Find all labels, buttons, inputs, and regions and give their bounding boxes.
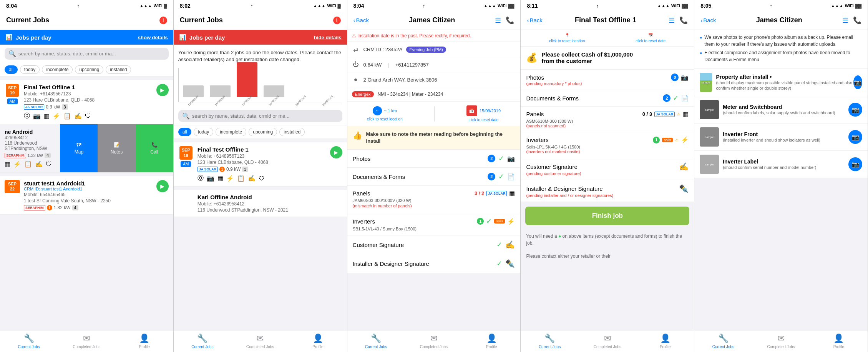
photo-item-5-2[interactable]: sample Meter and Switchboard (should con…	[694, 96, 868, 123]
inst-sig-section-3[interactable]: Installer & Designer Signature ✓ ✒️	[347, 254, 521, 273]
job-card-1-1[interactable]: SEP19 AM Final Test Offline 1 Mobile: +6…	[0, 80, 173, 124]
call-label-1: Call	[150, 149, 158, 155]
phone-nav-icon-3[interactable]: 📞	[506, 16, 514, 25]
job-card-1-3[interactable]: SEP22 stuart test1 Andrdoid1 CRM ID: stu…	[0, 176, 173, 215]
search-input-wrap-1[interactable]: 🔍	[5, 48, 169, 60]
tab-completed-5[interactable]: ✉ Completed Jobs	[752, 334, 810, 349]
jobs-banner-1[interactable]: 📊 Jobs per day show details	[0, 30, 173, 45]
reset-date-3[interactable]: click to reset date	[469, 118, 499, 122]
back-btn-4[interactable]: ‹ Back	[527, 17, 542, 23]
tab-profile-3[interactable]: 👤 Profile	[463, 334, 520, 349]
tab-profile-1[interactable]: 👤 Profile	[116, 334, 173, 349]
tab-completed-1[interactable]: ✉ Completed Jobs	[58, 334, 115, 349]
inverters-section-4[interactable]: Inverters 1 solis ⚠ ⚡ Solis-1P1.5K-4G / …	[521, 132, 694, 158]
filter-today-1[interactable]: today	[20, 65, 40, 74]
call-action-1[interactable]: 📞 Call	[136, 124, 173, 172]
status-icons-2: ▲▲▲ WiFi ▓	[313, 3, 341, 8]
back-btn-3[interactable]: ‹ Back	[354, 17, 369, 23]
tab-current-2[interactable]: 🔧 Current Jobs	[174, 334, 231, 349]
cust-sig-section-4[interactable]: Customer Signature ✍️ (pending customer …	[521, 158, 694, 180]
menu-icon-3[interactable]: ☰	[495, 16, 501, 25]
docs-section-4[interactable]: Documents & Forms 2 ✓ 📄	[521, 90, 694, 107]
panels-section-3[interactable]: Panels 3 / 2 JA SOLAR ▦ JAM60S03-300/100…	[347, 186, 521, 213]
panels-1-1: 3	[62, 104, 68, 110]
tab-profile-4[interactable]: 👤 Profile	[636, 334, 694, 349]
tab-current-jobs-1[interactable]: 🔧 Current Jobs	[0, 334, 58, 349]
reset-location-3[interactable]: click to reset location	[367, 117, 403, 121]
filter-today-2[interactable]: today	[194, 128, 213, 136]
bar-col-3: 15/09/2019	[234, 62, 260, 102]
panels-section-4[interactable]: Panels 0 / 3 JA SOLAR ⚠ ▦ ASM6610M-300 (…	[521, 107, 694, 132]
play-btn-2-1[interactable]: ▶	[330, 146, 342, 158]
person-icon-1: 👤	[139, 334, 149, 344]
inst-sig-section-4[interactable]: Installer & Designer Signature ✒️ (pendi…	[521, 180, 694, 202]
phone-nav-icon-5[interactable]: 📞	[853, 16, 861, 25]
reset-location-item-4[interactable]: 📍 click to reset location	[549, 33, 585, 43]
jobs-banner-2[interactable]: 📊 Jobs per day hide details	[174, 30, 347, 45]
shield-icon-1-2: 🛡	[46, 161, 52, 168]
doc-icon-1-2: 📋	[24, 160, 32, 168]
show-details-link-1[interactable]: show details	[138, 35, 168, 40]
menu-icon-4[interactable]: ☰	[669, 16, 675, 25]
tab-label-completed-4: Completed Jobs	[594, 345, 621, 349]
distance-item-3[interactable]: ~ ~ 1 km click to reset location	[367, 106, 403, 121]
photos-right-3: 2 ✓ 📷	[488, 154, 515, 163]
docs-section-3[interactable]: Documents & Forms 2 ✓ 📄	[347, 168, 521, 186]
job-card-2-2[interactable]: Karl Offline Android Mobile: +6142695841…	[174, 190, 347, 217]
job-card-2-1[interactable]: SEP19 AM Final Test Offline 1 Mobile: +6…	[174, 142, 347, 187]
nmi-row-3: Energex NMI - 324o234 | Meter - 234234	[347, 87, 521, 102]
tab-current-4[interactable]: 🔧 Current Jobs	[521, 334, 578, 349]
date-item-3[interactable]: 📅 15/09/2019 click to reset date	[466, 105, 501, 122]
mismatch-warn-3: (mismatch in number of panels)	[353, 203, 515, 209]
panels-fraction-3: 3 / 2	[475, 190, 484, 196]
photo-item-5-3[interactable]: sample Inverter Front (installed inverte…	[694, 123, 868, 151]
tab-current-5[interactable]: 🔧 Current Jobs	[694, 334, 752, 349]
info-bullet-5-2: ● Electrical compliance and assignment f…	[700, 49, 862, 63]
filter-installed-1[interactable]: installed	[106, 65, 131, 74]
photo-camera-btn-5-3[interactable]: 📷	[848, 130, 862, 144]
tab-label-current-1: Current Jobs	[18, 345, 40, 349]
grid-icon-1-2: ▦	[5, 160, 10, 168]
inst-sig-label-3: Installer & Designer Signature	[353, 260, 429, 267]
photo-camera-btn-5-4[interactable]: 📷	[848, 157, 862, 171]
hide-details-link-2[interactable]: hide details	[314, 35, 342, 40]
inverters-section-3[interactable]: Inverters 1 ✓ solis ⚡ SB1.5-1VL-40 / Sun…	[347, 213, 521, 235]
play-btn-1-1[interactable]: ▶	[156, 84, 169, 96]
photos-section-4[interactable]: Photos 0 📷 (pending mandatory * photos)	[521, 70, 694, 90]
filter-incomplete-1[interactable]: incomplete	[42, 65, 73, 74]
phone-nav-icon-4[interactable]: 📞	[679, 16, 688, 25]
inv-count-4: 1	[653, 137, 660, 143]
search-input-wrap-2[interactable]: 🔍	[178, 110, 342, 122]
search-input-1[interactable]	[18, 51, 165, 57]
play-btn-1-3[interactable]: ▶	[156, 180, 169, 192]
filter-upcoming-1[interactable]: upcoming	[75, 65, 103, 74]
tab-completed-2[interactable]: ✉ Completed Jobs	[231, 334, 289, 349]
filter-incomplete-2[interactable]: incomplete	[216, 128, 246, 136]
photo-camera-btn-5-1[interactable]: 📷	[853, 75, 862, 89]
photo-item-5-4[interactable]: sample Inverter Label (should confirm se…	[694, 151, 868, 178]
tab-completed-3[interactable]: ✉ Completed Jobs	[405, 334, 463, 349]
map-action-1[interactable]: 🗺 Map	[60, 124, 98, 172]
cal-badge-3: 📅	[466, 105, 477, 116]
filter-upcoming-2[interactable]: upcoming	[249, 128, 277, 136]
menu-icon-5[interactable]: ☰	[842, 16, 848, 25]
tab-current-3[interactable]: 🔧 Current Jobs	[347, 334, 405, 349]
photos-section-3[interactable]: Photos 2 ✓ 📷	[347, 150, 521, 168]
tab-profile-2[interactable]: 👤 Profile	[289, 334, 347, 349]
notes-action-1[interactable]: 📝 Notes	[98, 124, 135, 172]
filter-all-2[interactable]: all	[178, 128, 191, 136]
reset-date-item-4[interactable]: 📅 click to reset date	[636, 33, 666, 43]
filter-installed-2[interactable]: installed	[279, 128, 305, 136]
status-icons-5: ▲▲▲ WiFi ▓▓	[831, 3, 861, 8]
back-btn-5[interactable]: ‹ Back	[700, 17, 716, 23]
cust-sig-section-3[interactable]: Customer Signature ✓ ✍️	[347, 235, 521, 254]
photo-item-5-1[interactable]: sample Property after install • (should …	[694, 69, 868, 96]
photo-camera-btn-5-2[interactable]: 📷	[848, 103, 862, 117]
tab-profile-5[interactable]: 👤 Profile	[810, 334, 868, 349]
tab-completed-4[interactable]: ✉ Completed Jobs	[579, 334, 636, 349]
finish-btn-4[interactable]: Finish job	[525, 207, 689, 225]
checkmark-icon-2: ✉	[257, 334, 264, 344]
search-input-2[interactable]	[192, 113, 339, 119]
nmi-value-3: NMI - 324o234 | Meter - 234234	[378, 92, 443, 97]
filter-all-1[interactable]: all	[5, 65, 18, 74]
